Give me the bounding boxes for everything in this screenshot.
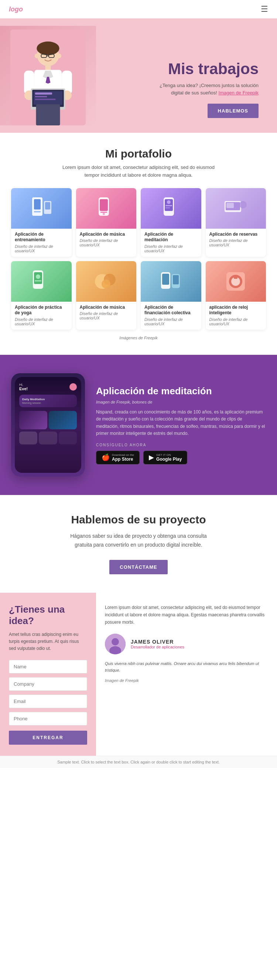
svg-point-32 [167,200,171,204]
portfolio-thumb-4 [206,188,266,229]
portfolio-item-title-2: Aplicación de música [80,232,133,237]
hablemos-button[interactable]: HABLEMOS [208,103,259,118]
hero-section: Mis trabajos ¿Tenga una idea? ¡Creemos j… [0,18,277,133]
portfolio-item[interactable]: Aplicación de meditación Diseño de inter… [141,188,201,257]
portfolio-item[interactable]: Aplicación de reservas Diseño de interfa… [206,188,266,257]
svg-rect-29 [101,212,107,213]
project-title: Hablemos de su proyecto [11,514,266,526]
svg-rect-47 [162,274,169,285]
header: logo ☰ [0,0,277,18]
svg-rect-22 [34,199,41,210]
svg-point-41 [36,274,40,279]
project-description: Háganos saber su idea de proyecto y obte… [68,532,209,550]
portfolio-description: Lorem ipsum dolor sit amet, consectetur … [61,164,216,179]
portfolio-thumb-2 [76,188,137,229]
portfolio-thumb-7 [141,261,201,302]
meditation-credit: Imagen de Freepik, botones de [96,400,266,404]
portfolio-item-sub-7: Diseño de interfaz de usuario/UX [144,317,198,326]
store-buttons-container: 🍎 Download on the App Store ▶ GET IT ON … [96,451,266,465]
bottom-section: ¿Tienes una idea? Amet tellus cras adipi… [0,593,277,756]
svg-point-45 [102,280,110,288]
portfolio-credit: Imágenes de Freepik [11,336,266,340]
app-store-button[interactable]: 🍎 Download on the App Store [96,451,139,465]
footer: Sample text. Click to select the text bo… [0,756,277,768]
svg-rect-19 [35,99,56,100]
meditation-description: Nispand, creada con un conocimiento de m… [96,409,266,437]
portfolio-item[interactable]: aplicación de reloj inteligente Diseño d… [206,261,266,330]
submit-button[interactable]: ENTREGAR [9,731,87,745]
portfolio-thumb-6 [76,261,137,302]
svg-rect-20 [36,104,60,126]
portfolio-item-sub-8: Diseño de interfaz de usuario/UX [210,317,263,326]
portfolio-item[interactable]: Aplicación de entrenamiento Diseño de in… [11,188,72,257]
meditation-content: Aplicación de meditación Imagen de Freep… [96,385,266,465]
portfolio-thumb-5 [11,261,72,302]
phone-input[interactable] [9,712,87,725]
hamburger-menu-icon[interactable]: ☰ [261,5,268,14]
bottom-left-description: Amet tellus cras adipiscing enim eu turp… [9,631,87,652]
author-quote: Quis viverra nibh cras pulvinar mattis. … [105,660,268,674]
svg-rect-34 [165,207,170,208]
svg-rect-27 [100,199,108,211]
svg-rect-42 [35,280,42,282]
svg-rect-49 [173,275,179,284]
portfolio-item-title-7: Aplicación de financiación colectiva [144,305,198,316]
freepik-link[interactable]: Imagen de Freepik [219,90,259,95]
meditation-title: Aplicación de meditación [96,385,266,397]
svg-point-6 [35,54,40,58]
portfolio-item-sub-2: Diseño de interfaz de usuario/UX [80,238,133,247]
portfolio-item-title-1: Aplicación de entrenamiento [15,232,68,243]
contactame-button[interactable]: CONTÁCTAME [109,560,167,574]
name-input[interactable] [9,660,87,673]
portfolio-item[interactable]: Aplicación de música Diseño de interfaz … [76,261,137,330]
portfolio-item-sub-6: Diseño de interfaz de usuario/UX [80,311,133,320]
svg-rect-37 [226,203,234,208]
portfolio-thumb-1 [11,188,72,229]
portfolio-item-title-5: Aplicación de práctica de yoga [15,305,68,316]
portfolio-item-sub-1: Diseño de interfaz de usuario/UX [15,244,68,253]
get-it-on-label: GET IT ON [156,453,182,457]
portfolio-item[interactable]: Aplicación de financiación colectiva Dis… [141,261,201,330]
company-input[interactable] [9,677,87,691]
author-row: JAMES OLIVER Desarrollador de aplicacion… [105,634,268,654]
svg-point-28 [102,213,105,215]
portfolio-item[interactable]: Aplicación de práctica de yoga Diseño de… [11,261,72,330]
author-avatar [105,634,126,654]
svg-rect-53 [234,277,237,279]
bottom-right-description: Lorem ipsum dolor sit amet, consectetur … [105,604,268,626]
consiguelo-label: CONSÍGUELO AHORA [96,443,266,447]
svg-rect-33 [165,205,172,206]
download-on-label: Download on the [112,453,134,457]
svg-rect-18 [35,96,47,97]
portfolio-thumb-3 [141,188,201,229]
svg-point-7 [56,54,61,58]
img-credit: Imagen de Freepik [105,678,268,683]
portfolio-item-sub-4: Diseño de interfaz de usuario/UX [210,238,263,247]
portfolio-item[interactable]: Aplicación de música Diseño de interfaz … [76,188,137,257]
portfolio-item-title-8: aplicación de reloj inteligente [210,305,263,316]
play-icon: ▶ [149,453,154,461]
svg-point-55 [112,638,119,646]
bottom-left-title: ¿Tienes una idea? [9,604,87,627]
meditation-section: Hi, Eve! Daily Meditation Morning sessio… [0,355,277,495]
hero-subtitle: ¿Tenga una idea? ¡Creemos juntos la solu… [160,82,259,96]
meditation-mockup: Hi, Eve! Daily Meditation Morning sessio… [11,373,85,477]
hero-title: Mis trabajos [168,60,259,78]
app-store-label: App Store [112,457,134,462]
svg-point-38 [239,201,247,208]
portfolio-item-title-4: Aplicación de reservas [210,232,263,237]
author-title: Desarrollador de aplicaciones [131,645,184,649]
portfolio-title: Mi portafolio [11,148,266,160]
portfolio-item-title-3: Aplicación de meditación [144,232,198,243]
apple-icon: 🍎 [102,453,110,461]
portfolio-item-sub-3: Diseño de interfaz de usuario/UX [144,244,198,253]
hero-content: Mis trabajos ¿Tenga una idea? ¡Creemos j… [96,49,266,126]
footer-text: Sample text. Click to select the text bo… [57,760,220,764]
svg-point-2 [37,42,59,55]
email-input[interactable] [9,695,87,708]
svg-rect-25 [45,202,50,210]
portfolio-grid: Aplicación de entrenamiento Diseño de in… [11,188,266,330]
portfolio-section: Mi portafolio Lorem ipsum dolor sit amet… [0,133,277,355]
contact-form-panel: ¿Tienes una idea? Amet tellus cras adipi… [0,593,96,756]
google-play-button[interactable]: ▶ GET IT ON Google Play [143,451,187,465]
